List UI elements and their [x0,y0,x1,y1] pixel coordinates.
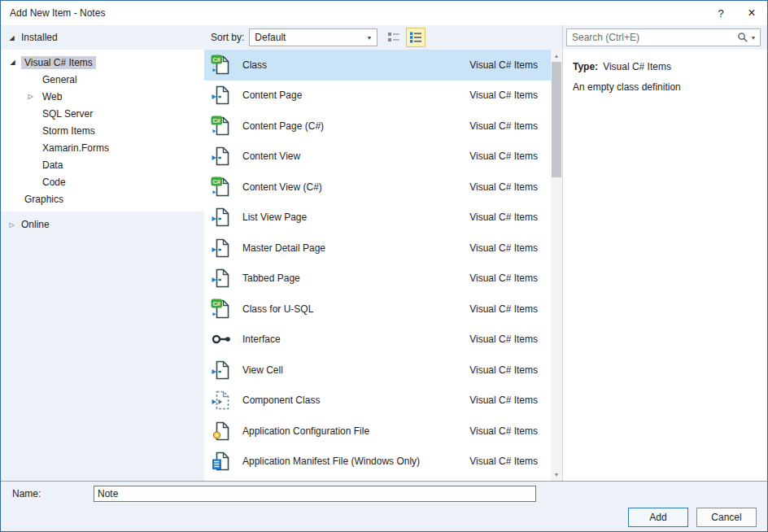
tree-item-graphics[interactable]: Graphics [1,190,204,207]
type-line: Type:Visual C# Items [573,61,757,72]
add-button[interactable]: Add [628,508,688,527]
list-toolbar: Sort by: Default ▼ [204,25,562,50]
tree-item-data[interactable]: Data [1,156,204,173]
search-input[interactable] [572,32,737,43]
name-row: Name: [1,486,767,502]
svg-text:C#: C# [212,117,220,124]
template-item-class-for-u-sql[interactable]: C#Class for U-SQLVisual C# Items [204,294,551,325]
template-list: C#ClassVisual C# ItemsContent PageVisual… [204,50,551,481]
template-name: Application Configuration File [242,425,369,437]
template-list-wrap: C#ClassVisual C# ItemsContent PageVisual… [204,50,562,481]
tree-item-label: Graphics [21,193,67,206]
titlebar: Add New Item - Notes ? × [1,1,767,25]
add-new-item-dialog: Add New Item - Notes ? × ◢ Installed ◢Vi… [0,0,768,532]
close-button[interactable]: × [736,1,767,25]
template-group: Visual C# Items [469,334,538,345]
template-group: Visual C# Items [469,303,538,315]
tree-item-label: Web [39,90,65,103]
name-label: Name: [1,488,94,499]
tree-item-label: Data [39,159,66,172]
template-item-application-manifest-file-windows-only[interactable]: Application Manifest File (Windows Only)… [204,447,551,477]
scrollbar[interactable]: ▲ ▼ [551,50,562,481]
scroll-up-icon[interactable]: ▲ [551,50,562,62]
search-dropdown-icon[interactable]: ▾ [752,34,755,41]
tree-item-code[interactable]: Code [1,173,204,190]
tree-item-sql-server[interactable]: SQL Server [1,105,204,122]
tree-item-web[interactable]: ▷Web [1,88,204,105]
template-group: Visual C# Items [469,364,538,376]
sort-dropdown[interactable]: Default ▼ [249,28,377,46]
csharp-class-icon: C# [211,299,232,320]
cancel-button[interactable]: Cancel [696,508,757,527]
search-area: ▾ [563,25,767,50]
small-icons-view-icon [387,31,400,44]
tree-item-general[interactable]: General [1,71,204,88]
close-icon: × [748,6,755,20]
template-name: Content Page [242,89,302,101]
list-view-button[interactable] [406,28,425,47]
template-details: Type:Visual C# Items An empty class defi… [563,50,767,104]
installed-section-header[interactable]: ◢ Installed [1,25,204,50]
tree-item-label: Xamarin.Forms [39,142,112,155]
expanded-arrow-icon[interactable]: ◢ [8,34,15,41]
tree-item-label: General [39,73,81,86]
template-group: Visual C# Items [469,273,538,284]
tree-item-storm-items[interactable]: Storm Items [1,122,204,139]
online-section-header[interactable]: ▷ Online [1,216,204,233]
template-name: View Cell [242,364,283,376]
tree-item-visual-c-items[interactable]: ◢Visual C# Items [1,54,204,71]
template-item-tabbed-page[interactable]: Tabbed PageVisual C# Items [204,264,551,294]
help-button[interactable]: ? [705,1,736,25]
window-title: Add New Item - Notes [1,7,105,19]
page-icon [211,85,232,106]
template-group: Visual C# Items [469,242,538,254]
scrollbar-track[interactable] [551,62,562,469]
expanded-arrow-icon[interactable]: ◢ [9,59,16,66]
tree-item-label: Storm Items [39,124,98,137]
details-pane: ▾ Type:Visual C# Items An empty class de… [562,25,767,481]
page-icon [211,360,232,381]
template-item-content-view[interactable]: Content ViewVisual C# Items [204,142,551,172]
tree-item-xamarin-forms[interactable]: Xamarin.Forms [1,139,204,156]
csharp-class-icon: C# [211,177,232,198]
template-name: List View Page [242,211,307,223]
template-name: Content View (C#) [242,181,322,193]
search-box[interactable]: ▾ [566,28,761,46]
small-icons-view-button[interactable] [384,28,404,47]
template-group: Visual C# Items [469,181,538,193]
template-item-master-detail-page[interactable]: Master Detail PageVisual C# Items [204,233,551,264]
template-item-application-configuration-file[interactable]: Application Configuration FileVisual C# … [204,416,551,447]
footer: Name: Add Cancel [1,481,767,531]
csharp-class-icon: C# [211,55,232,76]
template-item-content-page-c[interactable]: C#Content Page (C#)Visual C# Items [204,111,551,142]
template-group: Visual C# Items [469,89,538,101]
template-item-interface[interactable]: InterfaceVisual C# Items [204,325,551,355]
template-item-view-cell[interactable]: View CellVisual C# Items [204,355,551,386]
template-group: Visual C# Items [469,59,538,71]
sort-dropdown-value: Default [255,32,286,43]
list-view-icon [409,31,422,44]
search-icon[interactable] [737,32,748,43]
template-name: Tabbed Page [242,273,300,284]
template-group: Visual C# Items [469,425,538,437]
template-item-class[interactable]: C#ClassVisual C# Items [204,50,551,81]
template-item-content-page[interactable]: Content PageVisual C# Items [204,81,551,111]
template-name: Content Page (C#) [242,120,324,132]
template-name: Master Detail Page [242,242,325,254]
view-mode-buttons [384,28,425,47]
scrollbar-thumb[interactable] [552,62,561,177]
name-input[interactable] [94,486,536,502]
template-item-content-view-c[interactable]: C#Content View (C#)Visual C# Items [204,172,551,203]
tree-item-label: Code [39,176,69,189]
template-item-component-class[interactable]: Component ClassVisual C# Items [204,386,551,416]
collapsed-arrow-icon[interactable]: ▷ [27,93,34,100]
scroll-down-icon[interactable]: ▼ [551,469,562,481]
titlebar-buttons: ? × [705,1,767,25]
template-group: Visual C# Items [469,150,538,162]
config-icon [211,421,232,442]
help-icon: ? [718,7,723,20]
template-name: Component Class [242,395,320,406]
collapsed-arrow-icon[interactable]: ▷ [8,221,15,229]
template-item-list-view-page[interactable]: List View PageVisual C# Items [204,203,551,233]
page-icon [211,207,232,228]
